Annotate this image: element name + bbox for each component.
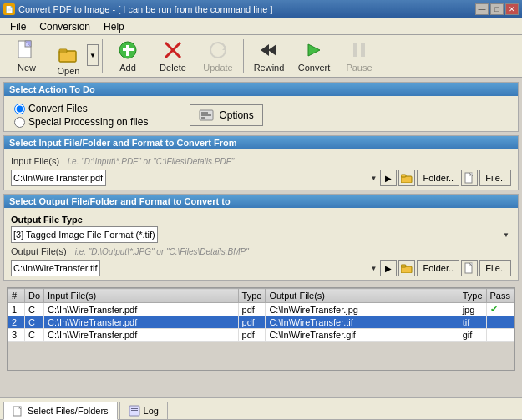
cell-type-in: pdf — [238, 316, 266, 329]
svg-rect-23 — [401, 175, 406, 177]
input-file-select[interactable]: C:\In\WireTransfer.pdf — [11, 170, 106, 186]
input-folder-icon-btn[interactable] — [398, 170, 415, 186]
input-file-select-wrapper: C:\In\WireTransfer.pdf — [11, 170, 378, 186]
pause-icon — [348, 39, 370, 61]
new-icon — [16, 39, 38, 61]
separator-2 — [243, 39, 244, 73]
col-header-num: # — [8, 289, 25, 303]
output-label: Output File(s) — [11, 246, 67, 256]
close-button[interactable]: ✕ — [505, 3, 519, 15]
cell-type-out: gif — [459, 329, 486, 342]
table-row[interactable]: 1 C C:\In\WireTransfer.pdf pdf C:\In\Wir… — [8, 303, 514, 316]
cell-output: C:\In\WireTransfer.jpg — [266, 303, 459, 316]
new-label: New — [18, 63, 36, 73]
radio-special-processing[interactable]: Special Processing on files — [14, 116, 148, 128]
svg-rect-36 — [131, 408, 138, 409]
cell-pass — [486, 329, 514, 342]
convert-label: Convert — [298, 63, 331, 73]
svg-rect-16 — [353, 43, 357, 57]
input-label: Input File(s) — [11, 156, 59, 166]
log-icon — [129, 405, 140, 417]
main-content: Select Action To Do Convert Files Specia… — [0, 78, 522, 420]
cell-type-in: pdf — [238, 329, 266, 342]
svg-marker-15 — [308, 44, 320, 56]
cell-input: C:\In\WireTransfer.pdf — [44, 316, 238, 329]
delete-label: Delete — [160, 63, 186, 73]
delete-button[interactable]: Delete — [151, 38, 195, 74]
toolbar: New Open ▼ Add — [0, 35, 522, 78]
table-row[interactable]: 2 C C:\In\WireTransfer.pdf pdf C:\In\Wir… — [8, 316, 514, 329]
menu-help[interactable]: Help — [97, 19, 131, 34]
files-table-wrapper[interactable]: # Do Input File(s) Type Output File(s) T… — [7, 287, 515, 371]
output-play-button[interactable]: ▶ — [380, 260, 397, 276]
output-type-label: Output File Type — [11, 215, 511, 225]
convert-button[interactable]: Convert — [292, 38, 336, 74]
cell-output: C:\In\WireTransfer.gif — [266, 329, 459, 342]
add-label: Add — [119, 63, 136, 73]
input-play-button[interactable]: ▶ — [380, 170, 397, 186]
cell-type-in: pdf — [238, 303, 266, 316]
open-button[interactable]: Open — [50, 41, 87, 78]
cell-num: 1 — [8, 303, 25, 316]
cell-output: C:\In\WireTransfer.tif — [266, 316, 459, 329]
output-hint: i.e. "D:\Output\*.JPG" or "C:\Files\Deta… — [75, 247, 249, 256]
output-type-select-wrapper: [3] Tagged Image File Format (*.tif) — [11, 226, 511, 243]
separator-1 — [102, 39, 103, 73]
radio-convert-files[interactable]: Convert Files — [14, 103, 148, 114]
table-row[interactable]: 3 C C:\In\WireTransfer.pdf pdf C:\In\Wir… — [8, 329, 514, 342]
output-folder-button[interactable]: Folder.. — [417, 260, 459, 276]
output-folder-icon-btn[interactable] — [398, 260, 415, 276]
cell-input: C:\In\WireTransfer.pdf — [44, 303, 238, 316]
tab-bar: Select Files/Folders Log — [0, 398, 522, 420]
update-button[interactable]: Update — [196, 38, 240, 74]
input-section-header: Select Input File/Folder and Format to C… — [4, 136, 518, 149]
tab-select-files[interactable]: Select Files/Folders — [3, 402, 118, 420]
tab-log-label: Log — [144, 406, 159, 416]
files-table: # Do Input File(s) Type Output File(s) T… — [8, 288, 514, 342]
cell-do: C — [25, 329, 44, 342]
options-button[interactable]: Options — [190, 104, 262, 126]
pause-button[interactable]: Pause — [337, 38, 381, 74]
output-type-select[interactable]: [3] Tagged Image File Format (*.tif) — [11, 226, 158, 243]
table-area: # Do Input File(s) Type Output File(s) T… — [0, 287, 522, 397]
output-file-select[interactable]: C:\In\WireTransfer.tif — [11, 260, 100, 276]
input-file-button[interactable]: File.. — [479, 170, 511, 186]
output-section: Select Output File/Folder and Format to … — [3, 194, 519, 281]
cell-input: C:\In\WireTransfer.pdf — [44, 329, 238, 342]
menu-file[interactable]: File — [3, 19, 33, 34]
open-dropdown[interactable]: ▼ — [87, 44, 99, 66]
convert-icon — [303, 39, 325, 61]
tab-log[interactable]: Log — [119, 402, 168, 419]
maximize-button[interactable]: □ — [490, 3, 504, 15]
open-button-group: Open ▼ — [50, 38, 99, 74]
svg-marker-13 — [261, 44, 269, 56]
select-files-icon — [13, 405, 24, 417]
rewind-button[interactable]: Rewind — [247, 38, 291, 74]
output-file-button[interactable]: File.. — [479, 260, 511, 276]
output-file-icon-btn[interactable] — [461, 260, 478, 276]
menu-conversion[interactable]: Conversion — [33, 19, 97, 34]
update-label: Update — [203, 63, 232, 73]
update-icon — [207, 39, 229, 61]
add-button[interactable]: Add — [106, 38, 150, 74]
input-file-icon-btn[interactable] — [461, 170, 478, 186]
rewind-label: Rewind — [254, 63, 285, 73]
app-icon: 📄 — [3, 3, 15, 15]
input-section: Select Input File/Folder and Format to C… — [3, 135, 519, 190]
col-header-type-out: Type — [459, 289, 486, 303]
minimize-button[interactable]: — — [475, 3, 489, 15]
new-button[interactable]: New — [5, 38, 48, 74]
tab-select-files-label: Select Files/Folders — [28, 406, 109, 416]
action-radio-group: Convert Files Special Processing on file… — [14, 103, 148, 128]
col-header-type-in: Type — [238, 289, 266, 303]
input-folder-button[interactable]: Folder.. — [417, 170, 459, 186]
svg-rect-20 — [201, 114, 211, 116]
svg-rect-8 — [123, 48, 134, 51]
output-file-select-wrapper: C:\In\WireTransfer.tif — [11, 260, 378, 276]
input-hint: i.e. "D:\Input\*.PDF" or "C:\Files\Detai… — [68, 157, 234, 166]
col-header-input: Input File(s) — [44, 289, 238, 303]
cell-num: 3 — [8, 329, 25, 342]
cell-do: C — [25, 303, 44, 316]
window-title: Convert PDF to Image - [ I can be run fr… — [18, 4, 272, 14]
cell-num: 2 — [8, 316, 25, 329]
